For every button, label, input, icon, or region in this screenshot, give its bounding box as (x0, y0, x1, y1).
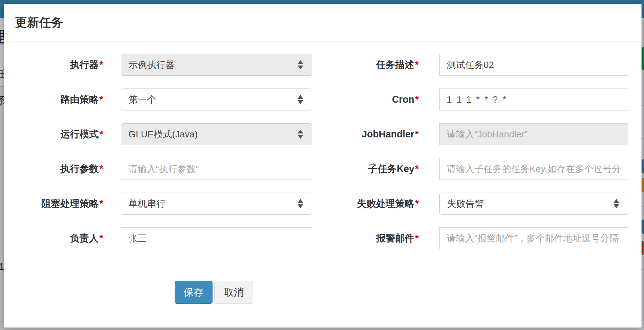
field-block-strategy: 阻塞处理策略* 单机串行 (15, 193, 328, 215)
author-input[interactable] (121, 227, 312, 249)
modal-body: 执行器* 示例执行器 任务描述* 路由策略* 第一个 Cron (4, 42, 642, 304)
child-jobkey-label: 子任务Key* (328, 158, 439, 180)
save-button[interactable]: 保存 (175, 281, 213, 304)
form-row: 阻塞处理策略* 单机串行 失败处理策略* 失败告警 (15, 193, 632, 215)
jobhandler-label: JobHandler* (328, 123, 439, 145)
form-footer-divider (15, 265, 632, 265)
glue-type-select[interactable]: GLUE模式(Java) (121, 123, 312, 145)
executor-param-input[interactable] (121, 158, 312, 180)
required-asterisk: * (99, 198, 103, 209)
required-asterisk: * (415, 164, 419, 174)
child-jobkey-input[interactable] (439, 158, 628, 180)
select-arrows-icon (614, 199, 619, 208)
field-executor-param: 执行参数* (15, 158, 328, 180)
jobhandler-input[interactable] (439, 123, 628, 145)
field-executor: 执行器* 示例执行器 (15, 54, 328, 76)
field-task-description: 任务描述* (328, 54, 632, 76)
form-row: 负责人* 报警邮件* (15, 227, 632, 249)
select-arrows-icon (298, 130, 303, 139)
form-row: 路由策略* 第一个 Cron* (15, 89, 632, 110)
alarm-email-label: 报警邮件* (328, 227, 439, 249)
executor-label: 执行器* (15, 54, 121, 76)
required-asterisk: * (415, 129, 419, 140)
executor-select[interactable]: 示例执行器 (121, 54, 312, 76)
executor-param-label: 执行参数* (15, 158, 121, 180)
glue-type-select-value: GLUE模式(Java) (129, 128, 198, 141)
block-strategy-select[interactable]: 单机串行 (121, 193, 312, 215)
required-asterisk: * (99, 233, 103, 244)
block-strategy-label: 阻塞处理策略* (15, 193, 121, 215)
fail-strategy-select-value: 失败告警 (447, 198, 484, 210)
field-route-strategy: 路由策略* 第一个 (15, 89, 328, 110)
glue-type-label: 运行模式* (15, 123, 121, 145)
fail-strategy-label: 失败处理策略* (328, 193, 439, 215)
route-strategy-label: 路由策略* (15, 89, 121, 110)
cron-input[interactable] (439, 89, 628, 110)
form-row: 执行器* 示例执行器 任务描述* (15, 54, 632, 76)
task-description-input[interactable] (439, 54, 628, 76)
required-asterisk: * (99, 129, 103, 140)
route-strategy-select[interactable]: 第一个 (121, 89, 312, 110)
required-asterisk: * (99, 164, 103, 174)
fail-strategy-select[interactable]: 失败告警 (439, 193, 628, 215)
cancel-button[interactable]: 取消 (214, 281, 253, 304)
modal-title: 更新任务 (15, 15, 63, 31)
form-row: 运行模式* GLUE模式(Java) JobHandler* (15, 123, 632, 145)
field-fail-strategy: 失败处理策略* 失败告警 (328, 193, 632, 215)
field-author: 负责人* (15, 227, 328, 249)
field-glue-type: 运行模式* GLUE模式(Java) (15, 123, 328, 145)
field-alarm-email: 报警邮件* (328, 227, 632, 249)
select-arrows-icon (298, 60, 303, 69)
field-cron: Cron* (328, 89, 632, 110)
block-strategy-select-value: 单机串行 (129, 198, 165, 210)
update-task-modal: 更新任务 执行器* 示例执行器 任务描述* 路由策略* 第一个 (4, 4, 642, 328)
form-row: 执行参数* 子任务Key* (15, 158, 632, 180)
modal-header: 更新任务 (4, 4, 642, 42)
required-asterisk: * (99, 59, 103, 70)
required-asterisk: * (415, 94, 419, 105)
author-label: 负责人* (15, 227, 121, 249)
select-arrows-icon (298, 199, 303, 208)
task-description-label: 任务描述* (328, 54, 439, 76)
required-asterisk: * (415, 233, 419, 244)
button-row: 保存 取消 (15, 281, 632, 304)
field-child-jobkey: 子任务Key* (328, 158, 632, 180)
required-asterisk: * (415, 59, 419, 70)
cron-label: Cron* (328, 89, 439, 110)
required-asterisk: * (415, 198, 419, 209)
route-strategy-select-value: 第一个 (129, 93, 156, 106)
required-asterisk: * (99, 94, 103, 105)
field-jobhandler: JobHandler* (328, 123, 632, 145)
executor-select-value: 示例执行器 (129, 59, 175, 71)
select-arrows-icon (298, 95, 303, 104)
alarm-email-input[interactable] (439, 227, 628, 249)
